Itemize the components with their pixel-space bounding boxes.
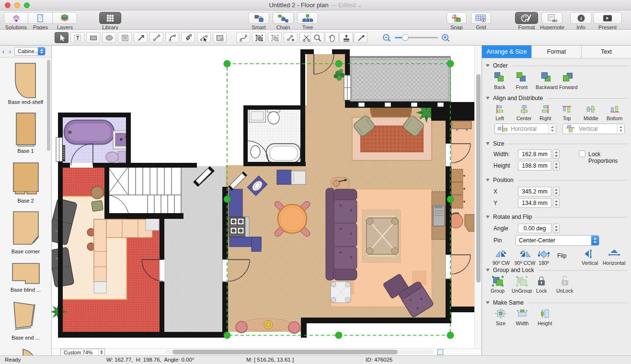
zoom-in-icon[interactable]: [441, 33, 451, 43]
node-edit-tool[interactable]: [197, 32, 211, 43]
unlock-button[interactable]: UnLock: [556, 275, 574, 294]
order-section-header[interactable]: Order: [486, 62, 627, 69]
rotate-90cw-button[interactable]: 90º CW: [493, 249, 510, 266]
make-same-size-button[interactable]: Size: [494, 308, 507, 326]
flip-horizontal-button[interactable]: Horizontal: [603, 249, 625, 266]
floorplan-drawing[interactable]: [52, 46, 474, 348]
zoom-slider-thumb[interactable]: [402, 34, 409, 41]
library-dropdown[interactable]: Cabine...: [14, 47, 46, 56]
position-section-header[interactable]: Position: [486, 177, 627, 183]
info-button[interactable]: i Info: [570, 12, 592, 30]
text-tool[interactable]: T: [70, 32, 84, 43]
grid-button[interactable]: Grid: [471, 12, 491, 30]
make-same-section-header[interactable]: Make Same: [486, 299, 627, 306]
library-shape-base-corner[interactable]: Base corner: [11, 210, 41, 254]
distribute-vertical-dropdown[interactable]: Vertical: [562, 124, 625, 134]
flip-vertical-button[interactable]: Vertical: [582, 249, 598, 266]
eyedropper-tool[interactable]: [354, 32, 367, 43]
width-stepper[interactable]: [553, 149, 560, 159]
library-shape-base-end-shelf[interactable]: Base end-shelf: [8, 62, 43, 105]
ellipse-tool[interactable]: [102, 32, 116, 43]
align-section-header[interactable]: Align and Distribute: [486, 95, 627, 102]
horizontal-scrollbar[interactable]: [165, 350, 434, 354]
y-field[interactable]: 134.8 mm: [518, 198, 551, 208]
stamp-tool[interactable]: [339, 32, 353, 43]
add-connector-tool[interactable]: [284, 32, 298, 43]
selection-handle-bottom-right[interactable]: [447, 332, 454, 339]
chain-button[interactable]: Chain: [273, 12, 294, 30]
tab-text[interactable]: Text: [582, 46, 631, 58]
height-stepper[interactable]: [553, 161, 560, 171]
layers-button[interactable]: [53, 12, 77, 24]
disclosure-icon[interactable]: [486, 64, 490, 67]
group-section-header[interactable]: Group and Lock: [486, 267, 627, 273]
lock-button[interactable]: Lock: [536, 275, 547, 294]
make-same-height-button[interactable]: Height: [538, 308, 552, 326]
format-button[interactable]: Format: [515, 12, 538, 30]
zoom-tool[interactable]: [310, 32, 324, 43]
drawing-canvas[interactable]: Custom 74%: [52, 46, 482, 355]
angle-field[interactable]: 0.00 deg: [518, 224, 551, 233]
align-top-button[interactable]: Top: [562, 104, 572, 121]
order-forward-button[interactable]: Forward: [559, 72, 578, 90]
library-button[interactable]: Library: [99, 12, 121, 30]
align-right-button[interactable]: Right: [539, 104, 551, 121]
order-back-button[interactable]: Back: [493, 72, 506, 90]
spline-tool[interactable]: [236, 32, 250, 43]
selection-handle-top-left[interactable]: [224, 60, 230, 67]
line-tool[interactable]: [149, 32, 163, 43]
library-shape-base-1[interactable]: Base 1: [11, 112, 41, 154]
rotate-90ccw-button[interactable]: 90º CCW: [515, 249, 536, 266]
text-block-tool[interactable]: [118, 32, 132, 43]
align-middle-button[interactable]: Middle: [584, 104, 598, 121]
ungroup-button[interactable]: UnGroup: [512, 275, 532, 294]
tab-format[interactable]: Format: [532, 46, 582, 58]
snap-button[interactable]: Snap: [447, 12, 467, 30]
smart-button[interactable]: Smart: [248, 12, 269, 30]
select-tool[interactable]: [55, 32, 69, 43]
distribute-horizontal-dropdown[interactable]: Horizontal: [494, 124, 556, 134]
zoom-out-icon[interactable]: [382, 33, 392, 43]
make-same-width-button[interactable]: Width: [516, 308, 529, 326]
selection-handle-top-center[interactable]: [335, 60, 342, 67]
zoom-level-dropdown[interactable]: Custom 74%: [60, 349, 105, 356]
group-button[interactable]: Group: [491, 275, 505, 294]
sidebar-scrollbar[interactable]: [47, 60, 50, 151]
order-backward-button[interactable]: Backward: [536, 72, 558, 90]
x-stepper[interactable]: [553, 187, 560, 196]
library-shape-base-2[interactable]: Base 2: [11, 161, 41, 204]
width-field[interactable]: 162.8 mm: [518, 149, 551, 159]
selection-handle-bottom-left[interactable]: [224, 332, 230, 339]
pan-tool[interactable]: [325, 32, 339, 43]
title-caret-icon[interactable]: ⌄: [357, 2, 362, 8]
library-forward-icon[interactable]: ›: [7, 48, 13, 55]
pen-tool[interactable]: [181, 32, 195, 43]
arrow-tool[interactable]: [134, 32, 148, 43]
library-shape-base-blind[interactable]: Base blind ...: [10, 262, 42, 293]
size-section-header[interactable]: Size: [486, 140, 627, 147]
ungroup-tool[interactable]: [268, 32, 282, 43]
hypernote-button[interactable]: Hypernote: [540, 12, 564, 30]
pages-button[interactable]: [28, 12, 53, 24]
library-shape-base-end[interactable]: Base end ...: [10, 300, 42, 341]
rotate-section-header[interactable]: Rotate and Flip: [486, 214, 627, 220]
order-front-button[interactable]: Front: [516, 72, 528, 90]
rotate-180-button[interactable]: 180º: [537, 249, 551, 266]
rectangle-tool[interactable]: [86, 32, 100, 43]
align-left-button[interactable]: Left: [494, 104, 505, 121]
tree-button[interactable]: Tree: [297, 12, 318, 30]
arc-tool[interactable]: [165, 32, 179, 43]
selection-handle-top-right[interactable]: [447, 60, 454, 67]
horizontal-scrollbar-thumb[interactable]: [172, 350, 398, 354]
zoom-level-stepper[interactable]: [98, 349, 104, 355]
selection-handle-mid-right[interactable]: [447, 196, 454, 203]
selection-handle-bottom-center[interactable]: [335, 332, 342, 339]
pin-dropdown[interactable]: Center-Center: [516, 235, 599, 246]
library-back-icon[interactable]: ‹: [0, 48, 7, 55]
angle-stepper[interactable]: [553, 224, 560, 233]
vertical-scrollbar[interactable]: [474, 46, 482, 348]
align-center-button[interactable]: Center: [516, 104, 532, 121]
y-stepper[interactable]: [553, 198, 560, 208]
align-bottom-button[interactable]: Bottom: [607, 104, 622, 121]
lock-proportions-checkbox[interactable]: [579, 150, 585, 157]
